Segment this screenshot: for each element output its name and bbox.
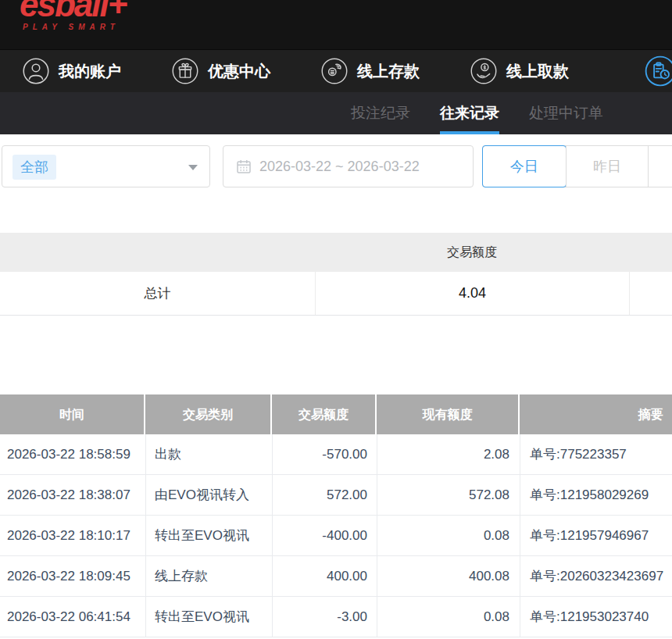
- cell-note: 单号:20260323423697: [520, 556, 672, 596]
- date-range-picker[interactable]: 2026-03-22 ~ 2026-03-22: [223, 145, 474, 187]
- transaction-type-select[interactable]: 全部: [2, 145, 210, 187]
- cell-balance: 400.08: [377, 556, 520, 596]
- date-range-value: 2026-03-22 ~ 2026-03-22: [259, 159, 420, 175]
- tab-betting-records[interactable]: 投注纪录: [351, 92, 410, 134]
- tab-label: 投注纪录: [351, 103, 410, 123]
- cell-type: 线上存款: [145, 556, 272, 596]
- nav-item-label: 我的账户: [59, 61, 121, 82]
- withdraw-circle-icon: [470, 57, 498, 85]
- cell-amount: -400.00: [272, 516, 377, 555]
- cell-type: 转出至EVO视讯: [145, 516, 272, 555]
- cell-balance: 2.08: [377, 434, 520, 474]
- column-header-amount: 交易额度: [272, 394, 377, 434]
- cell-note: 单号:775223357: [520, 434, 672, 474]
- period-yesterday-button[interactable]: 昨日: [566, 146, 649, 187]
- main-navbar: 我的账户 优惠中心 线上存款: [0, 49, 672, 92]
- nav-item-promotions[interactable]: 优惠中心: [171, 57, 270, 85]
- tab-label: 往来记录: [440, 103, 499, 123]
- cell-amount: 400.00: [272, 556, 377, 596]
- table-row: 2026-03-22 06:41:54 转出至EVO视讯 -3.00 0.08 …: [0, 597, 672, 637]
- column-header-type: 交易类别: [145, 394, 272, 434]
- brand-logo[interactable]: esball+ PLAY SMART: [20, 0, 137, 31]
- cell-time: 2026-03-22 06:41:54: [0, 597, 145, 637]
- summary-total-value: 4.04: [315, 272, 629, 315]
- table-row: 2026-03-22 18:38:07 由EVO视讯转入 572.00 572.…: [0, 475, 672, 516]
- summary-header-amount: 交易额度: [315, 245, 629, 261]
- table-header-row: 时间 交易类别 交易额度 现有额度 摘要: [0, 394, 672, 434]
- transaction-records-icon[interactable]: [644, 55, 672, 87]
- cell-balance: 0.08: [377, 597, 520, 637]
- site-header: esball+ PLAY SMART: [0, 0, 672, 49]
- chevron-down-icon: [188, 165, 198, 170]
- cell-time: 2026-03-22 18:58:59: [0, 434, 145, 474]
- cell-time: 2026-03-22 18:38:07: [0, 475, 145, 515]
- cell-amount: 572.00: [272, 475, 377, 515]
- cell-amount: -3.00: [272, 597, 377, 637]
- summary-total-label: 总计: [0, 284, 315, 302]
- nav-item-label: 优惠中心: [208, 61, 270, 82]
- column-header-time: 时间: [0, 394, 145, 434]
- column-header-balance: 现有额度: [377, 394, 520, 434]
- cell-note: 单号:121953023740: [520, 597, 672, 637]
- cell-balance: 572.08: [377, 475, 520, 515]
- cell-note: 单号:121957946967: [520, 516, 672, 555]
- quick-period-group: 今日 昨日 近7日: [482, 145, 672, 187]
- table-row: 2026-03-22 18:09:45 线上存款 400.00 400.08 单…: [0, 556, 672, 597]
- summary-table: 交易额度 总计 4.04: [0, 233, 672, 316]
- nav-item-online-deposit[interactable]: 线上存款: [320, 57, 420, 85]
- cell-time: 2026-03-22 18:09:45: [0, 556, 145, 596]
- nav-item-label: 线上存款: [357, 61, 420, 82]
- cell-balance: 0.08: [377, 516, 520, 555]
- cell-time: 2026-03-22 18:10:17: [0, 516, 145, 555]
- brand-tagline: PLAY SMART: [23, 23, 137, 31]
- calendar-icon: [236, 159, 252, 174]
- records-tabbar: 投注纪录 往来记录 处理中订单: [0, 92, 672, 134]
- summary-empty-cell: [629, 272, 672, 315]
- brand-logo-text: esball+: [20, 0, 137, 22]
- cell-type: 转出至EVO视讯: [145, 597, 272, 637]
- deposit-circle-icon: [320, 57, 349, 85]
- selected-type-tag[interactable]: 全部: [13, 155, 56, 180]
- transactions-table: 时间 交易类别 交易额度 现有额度 摘要 2026-03-22 18:58:59…: [0, 394, 672, 637]
- table-row: 2026-03-22 18:58:59 出款 -570.00 2.08 单号:7…: [0, 434, 672, 475]
- cell-note: 单号:121958029269: [520, 475, 672, 515]
- nav-item-label: 线上取款: [506, 61, 569, 82]
- nav-right-group: [644, 55, 672, 87]
- table-row: 2026-03-22 18:10:17 转出至EVO视讯 -400.00 0.0…: [0, 516, 672, 556]
- gift-circle-icon: [171, 57, 199, 85]
- tab-processing-orders[interactable]: 处理中订单: [529, 92, 603, 134]
- period-today-button[interactable]: 今日: [483, 146, 566, 187]
- column-header-note: 摘要: [520, 394, 672, 434]
- period-last7days-button[interactable]: 近7日: [648, 146, 672, 187]
- cell-amount: -570.00: [272, 434, 377, 474]
- user-circle-icon: [22, 57, 50, 85]
- summary-total-row: 总计 4.04: [0, 272, 672, 316]
- cell-type: 出款: [145, 434, 272, 474]
- tab-label: 处理中订单: [529, 103, 603, 123]
- nav-item-online-withdraw[interactable]: 线上取款: [470, 57, 569, 85]
- cell-type: 由EVO视讯转入: [145, 475, 272, 515]
- nav-item-my-account[interactable]: 我的账户: [22, 57, 121, 85]
- filter-row: 全部 2026-03-22 ~ 2026-03-22 今日 昨日 近7日: [0, 145, 672, 187]
- tab-transaction-records[interactable]: 往来记录: [440, 92, 499, 134]
- summary-header-row: 交易额度: [0, 233, 672, 272]
